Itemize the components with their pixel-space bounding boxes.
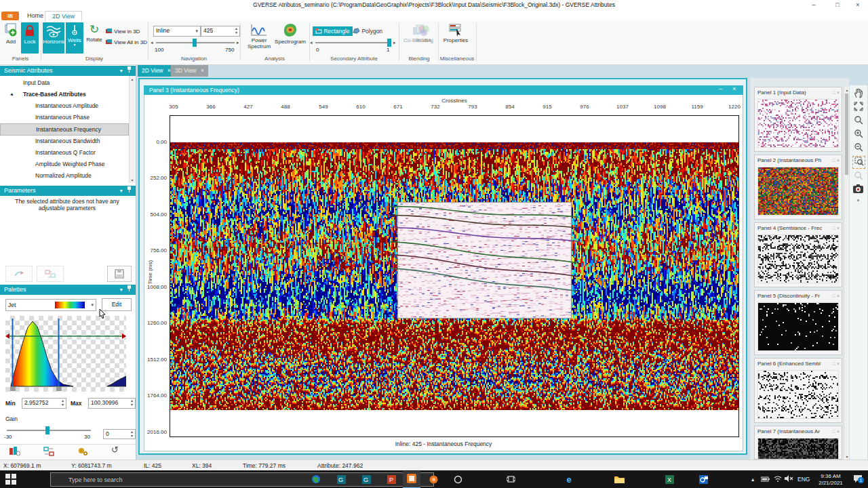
- doc-tab-3d-view[interactable]: 3D View ×: [171, 65, 208, 77]
- rectangle-select-button[interactable]: Rectangle: [313, 26, 353, 36]
- scrollbar-thumb[interactable]: [845, 94, 848, 175]
- speaker-muted-icon[interactable]: [785, 475, 794, 483]
- taskbar-search-box[interactable]: Type here to search: [50, 472, 434, 487]
- add-panel-button[interactable]: Add: [2, 23, 20, 53]
- file-explorer-icon[interactable]: [612, 473, 627, 486]
- display-settings-button[interactable]: [9, 447, 20, 458]
- pan-tool-button[interactable]: [852, 88, 864, 100]
- restore-icon[interactable]: □: [833, 90, 835, 95]
- thumbnail-panel-7[interactable]: Panel 7 (Instantaneous Ar □ ×: [754, 426, 842, 460]
- panel-3-titlebar[interactable]: Panel 3 (Instantaneous Frequency): [144, 85, 743, 95]
- horizons-toggle-button[interactable]: Horizons: [43, 22, 64, 54]
- layout-button[interactable]: [43, 447, 54, 458]
- view-in-3d-button[interactable]: View in 3D: [106, 28, 140, 35]
- palette-combo[interactable]: Jet ▾: [5, 299, 96, 311]
- palettes-panel-header[interactable]: Palettes ▾: [0, 285, 136, 295]
- app-menu-button[interactable]: IB: [1, 12, 19, 20]
- parameters-panel-header[interactable]: Parameters ▾: [0, 186, 136, 196]
- taskbar-clock[interactable]: 9:36 AM 2/21/2021: [814, 473, 848, 487]
- close-icon[interactable]: ×: [837, 429, 840, 434]
- thumbnail-panel-1[interactable]: Panel 1 (Input Data) □ ×: [754, 87, 842, 152]
- window-close-button[interactable]: ×: [848, 0, 868, 10]
- close-icon[interactable]: ×: [837, 158, 840, 163]
- language-indicator[interactable]: ENG: [797, 476, 810, 483]
- close-icon[interactable]: ×: [837, 226, 840, 230]
- excel-icon[interactable]: X: [662, 473, 677, 486]
- gain-slider-handle[interactable]: [45, 426, 50, 434]
- ribbon-tab-2d-view[interactable]: 2D View: [45, 11, 82, 22]
- min-value-spinner[interactable]: 2.952752 ▴▾: [22, 398, 66, 409]
- orange-app-icon[interactable]: [426, 473, 441, 486]
- rotate-button[interactable]: ↻ Rotate: [85, 23, 104, 53]
- globe-icon[interactable]: [309, 473, 323, 486]
- doc-tab-2d-view[interactable]: 2D View ×: [138, 65, 175, 77]
- zoom-out-button[interactable]: [852, 142, 864, 154]
- pin-icon[interactable]: [127, 186, 132, 192]
- orientation-combo[interactable]: Inline ▾: [153, 26, 201, 37]
- restore-icon[interactable]: □: [833, 293, 835, 298]
- close-icon[interactable]: ×: [837, 361, 840, 366]
- seismic-section-image[interactable]: [170, 142, 738, 410]
- tree-expander-icon[interactable]: ▸: [7, 89, 17, 100]
- battery-icon[interactable]: [761, 476, 770, 483]
- lock-panels-button[interactable]: Lock: [21, 22, 39, 54]
- nav-slider-left-arrow[interactable]: ◂: [151, 40, 153, 45]
- sec-slider-left-arrow[interactable]: ◂: [310, 40, 313, 45]
- sec-slider-right-arrow[interactable]: ▸: [393, 40, 396, 45]
- opacity-slider-handle[interactable]: [387, 39, 391, 47]
- thumbnail-panel-6[interactable]: Panel 6 (Enhanced Sembl □ ×: [754, 358, 842, 423]
- start-button[interactable]: [5, 474, 16, 486]
- wells-dropdown-arrow[interactable]: ▾: [66, 43, 83, 46]
- restore-icon[interactable]: □: [833, 361, 835, 366]
- wifi-icon[interactable]: [774, 475, 782, 483]
- cortana-icon[interactable]: [450, 473, 465, 486]
- fit-view-button[interactable]: [852, 102, 864, 113]
- attributes-panel-header[interactable]: Seismic Attributes ▾: [0, 66, 136, 76]
- save-parameters-button[interactable]: [107, 266, 132, 282]
- inline-number-spinner[interactable]: 425 ▴▾: [201, 26, 240, 37]
- opacity-slider-track[interactable]: [315, 42, 391, 43]
- attributes-scrollbar[interactable]: ▴ ▾: [129, 76, 135, 183]
- geographix-icon-1[interactable]: G: [334, 473, 349, 486]
- pin-icon[interactable]: [127, 66, 132, 73]
- zoom-tool-button[interactable]: [852, 115, 864, 127]
- restore-icon[interactable]: □: [833, 158, 835, 163]
- doc-tab-3d-close-icon[interactable]: ×: [201, 67, 204, 74]
- window-restore-button[interactable]: □: [827, 0, 848, 10]
- thumbnail-panel-2[interactable]: Panel 2 (Instantaneous Ph □ ×: [754, 155, 842, 220]
- notification-center-icon[interactable]: 1: [853, 474, 863, 484]
- nav-slider-right-arrow[interactable]: ▸: [237, 40, 239, 45]
- polygon-select-button[interactable]: Polygon: [350, 26, 385, 36]
- settings-button[interactable]: [77, 447, 88, 458]
- toolbar-more-icon[interactable]: ▾: [852, 198, 864, 209]
- spectrogram-button[interactable]: Spectrogram: [274, 23, 307, 54]
- task-view-icon[interactable]: [503, 473, 518, 486]
- wells-toggle-button[interactable]: Wells ▾: [66, 22, 83, 54]
- inline-slider-handle[interactable]: [193, 39, 197, 47]
- zoom-in-button[interactable]: [852, 129, 864, 140]
- geographix-icon-2[interactable]: G: [359, 473, 374, 486]
- thumbnail-panel-4[interactable]: Panel 4 (Semblance - Frec □ ×: [754, 222, 842, 287]
- properties-button[interactable]: Properties: [441, 23, 471, 54]
- reset-button[interactable]: ↺: [111, 445, 119, 455]
- restore-icon[interactable]: □: [833, 226, 835, 230]
- max-value-spinner[interactable]: 100.30996 ▴▾: [88, 398, 136, 409]
- internet-explorer-icon[interactable]: e: [561, 473, 576, 486]
- pin-icon[interactable]: [127, 285, 132, 291]
- zoom-window-button[interactable]: [852, 156, 865, 169]
- tree-item-instantaneous-frequency[interactable]: Instantaneous Frequency: [0, 123, 129, 136]
- palette-histogram[interactable]: [5, 316, 126, 392]
- gverse-active-app-button[interactable]: [403, 471, 420, 488]
- close-icon[interactable]: ×: [837, 293, 840, 298]
- view-all-in-3d-button[interactable]: View All in 3D: [106, 39, 147, 45]
- panel-3-minimize-icon[interactable]: –: [719, 85, 722, 92]
- thumbnail-panel-5[interactable]: Panel 5 (Discontinuity - Fr □ ×: [754, 290, 842, 355]
- power-spectrum-button[interactable]: Power Spectrum: [244, 23, 274, 54]
- outlook-icon[interactable]: [696, 473, 711, 486]
- gain-value-spinner[interactable]: 0 ▴▾: [103, 429, 136, 439]
- close-icon[interactable]: ×: [837, 90, 840, 95]
- snapshot-button[interactable]: [852, 184, 864, 196]
- window-minimize-button[interactable]: –: [804, 0, 824, 10]
- restore-icon[interactable]: □: [833, 429, 835, 434]
- tray-chevron-icon[interactable]: ▴: [751, 476, 754, 483]
